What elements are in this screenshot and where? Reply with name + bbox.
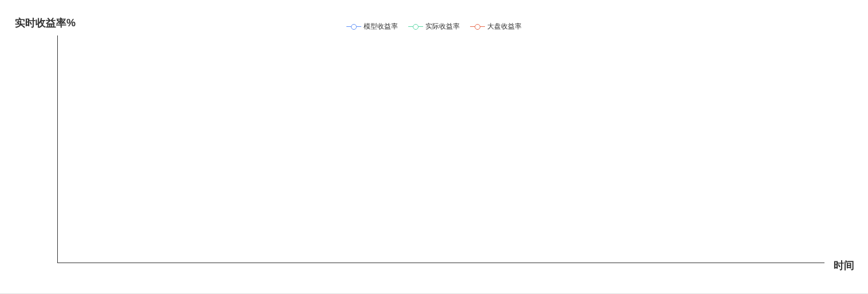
chart-plot-area [57, 35, 824, 263]
x-axis-title: 时间 [834, 259, 854, 272]
chart-legend: 模型收益率 实际收益率 大盘收益率 [0, 22, 868, 31]
legend-item-model[interactable]: 模型收益率 [346, 22, 398, 31]
y-axis-line [57, 35, 58, 263]
legend-item-actual[interactable]: 实际收益率 [408, 22, 460, 31]
legend-marker-icon [470, 24, 485, 30]
legend-label: 模型收益率 [364, 22, 398, 31]
legend-marker-icon [408, 24, 423, 30]
legend-label: 实际收益率 [425, 22, 460, 31]
legend-label: 大盘收益率 [487, 22, 522, 31]
legend-marker-icon [346, 24, 361, 30]
legend-item-market[interactable]: 大盘收益率 [470, 22, 522, 31]
x-axis-line [57, 263, 824, 263]
